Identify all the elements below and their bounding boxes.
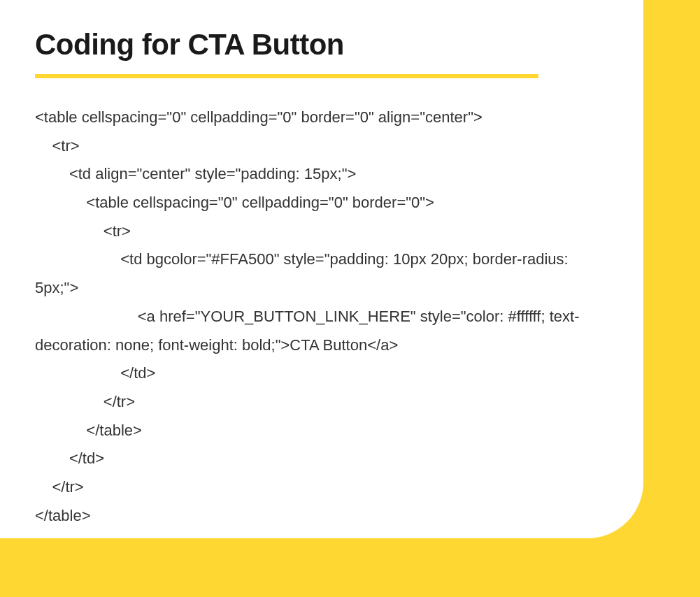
title-underline bbox=[35, 74, 538, 78]
page-title: Coding for CTA Button bbox=[35, 28, 608, 62]
content-card: Coding for CTA Button <table cellspacing… bbox=[0, 0, 643, 538]
code-snippet: <table cellspacing="0" cellpadding="0" b… bbox=[35, 103, 608, 530]
